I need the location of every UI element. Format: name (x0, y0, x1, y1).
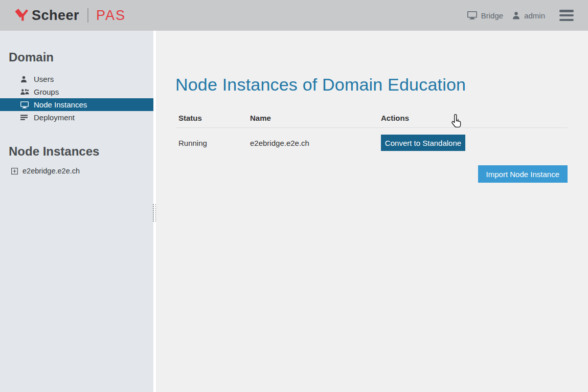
users-icon (20, 88, 30, 96)
page-title: Node Instances of Domain Education (175, 75, 466, 95)
hamburger-menu-icon[interactable] (559, 10, 574, 21)
tree-item-label: e2ebridge.e2e.ch (22, 167, 80, 175)
status-cell: Running (178, 139, 250, 147)
sidebar-item-label: Deployment (34, 113, 75, 122)
bridge-label: Bridge (481, 11, 503, 20)
convert-to-standalone-button[interactable]: Convert to Standalone (381, 135, 465, 151)
brand-product: PAS (96, 8, 126, 24)
scheer-logo-icon (15, 8, 29, 23)
brand-name: Scheer (32, 8, 79, 24)
user-label: admin (524, 11, 545, 20)
sidebar-item-deployment[interactable]: Deployment (0, 111, 153, 124)
sidebar-heading-node-instances: Node Instances (9, 144, 153, 159)
user-menu[interactable]: admin (512, 11, 545, 20)
table-header-row: Status Name Actions (176, 107, 568, 128)
sidebar-item-groups[interactable]: Groups (0, 85, 153, 98)
node-instances-table: Status Name Actions Running e2ebridge.e2… (176, 107, 568, 158)
sidebar: Domain Users Groups (0, 31, 153, 392)
user-icon (20, 75, 30, 83)
sidebar-item-users[interactable]: Users (0, 73, 153, 85)
column-header-name: Name (250, 114, 381, 122)
sidebar-item-label: Node Instances (34, 100, 87, 109)
sidebar-item-label: Groups (34, 88, 59, 96)
domain-nav: Users Groups N (0, 73, 153, 124)
main-content: Node Instances of Domain Education Statu… (156, 31, 588, 392)
user-icon (512, 11, 520, 19)
bridge-menu[interactable]: Bridge (467, 11, 503, 20)
tree-item-e2ebridge[interactable]: e2ebridge.e2e.ch (11, 167, 153, 175)
import-node-instance-button[interactable]: Import Node Instance (478, 165, 568, 183)
sidebar-heading-domain: Domain (9, 31, 153, 64)
plus-square-icon[interactable] (11, 168, 18, 175)
top-header: Scheer PAS Bridge admin (0, 0, 588, 31)
node-instances-tree: e2ebridge.e2e.ch (11, 167, 153, 175)
brand-logo: Scheer PAS (15, 8, 126, 24)
column-header-status: Status (178, 114, 250, 122)
sidebar-item-node-instances[interactable]: Node Instances (0, 98, 153, 111)
monitor-icon (20, 101, 30, 109)
list-icon (20, 114, 30, 122)
brand-separator (87, 8, 88, 23)
sidebar-item-label: Users (34, 75, 54, 83)
table-row: Running e2ebridge.e2e.ch Convert to Stan… (176, 128, 568, 158)
monitor-icon (467, 11, 477, 19)
column-header-actions: Actions (381, 114, 568, 122)
name-cell: e2ebridge.e2e.ch (250, 139, 381, 147)
